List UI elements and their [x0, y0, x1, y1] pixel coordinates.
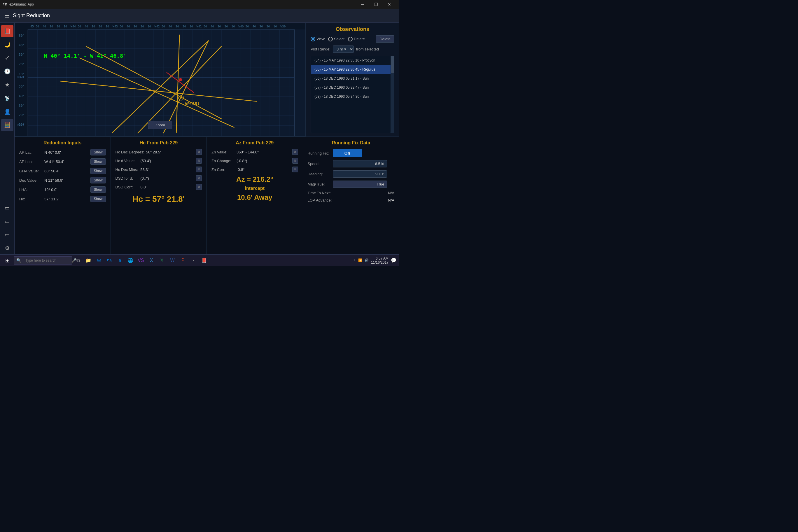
taskbar-edge[interactable]: e — [115, 256, 125, 265]
reduction-inputs-column: Reduction Inputs AP Lat: N 40° 0.0' Show… — [15, 137, 111, 254]
zoom-button[interactable]: Zoom — [148, 121, 172, 129]
radio-view[interactable]: View — [311, 37, 325, 41]
dec-value: N 11° 59.9' — [44, 178, 89, 183]
dsd-d-value: (0.7') — [140, 176, 194, 180]
hc-dec-mins-copy[interactable]: ⧉ — [196, 167, 202, 172]
taskbar-chrome[interactable]: 🌐 — [126, 256, 135, 265]
taskbar-pinned-icons: ⧉ 📁 ✉ 🛍 e 🌐 VS X X W P ▪ 📕 — [73, 256, 209, 265]
zn-change-copy[interactable]: ⧉ — [292, 158, 298, 164]
sidebar-item-book[interactable]: 📕 — [1, 25, 14, 37]
close-button[interactable]: ✕ — [383, 0, 396, 9]
taskbar-notification-icon[interactable]: 💬 — [391, 258, 397, 263]
sidebar-item-clock[interactable]: 🕐 — [1, 65, 14, 78]
dec-show-btn[interactable]: Show — [90, 177, 106, 184]
gha-label: GHA Value: — [19, 169, 43, 173]
mag-true-row: Mag/True: — [308, 180, 395, 188]
obs-item-56[interactable]: (56) - 18 DEC 1993 05:31:17 - Sun — [311, 74, 391, 83]
zn-change-row: Zn Change: (-0.8°) ⧉ — [211, 158, 298, 164]
running-fix-on-btn[interactable]: On — [333, 149, 362, 157]
taskbar-chevron-icon[interactable]: ∧ — [354, 259, 356, 262]
svg-rect-0 — [15, 23, 305, 136]
obs-item-58[interactable]: (58) - 18 DEC 1993 05:34:30 - Sun — [311, 92, 391, 101]
ap-lon-show-btn[interactable]: Show — [90, 158, 106, 165]
radio-select-label: Select — [334, 37, 344, 41]
az-pub-column: Az From Pub 229 Zn Value: 360° - 144.6° … — [207, 137, 303, 254]
taskbar-xamarin[interactable]: X — [147, 256, 156, 265]
hamburger-icon[interactable]: ☰ — [5, 13, 10, 19]
sidebar: 📕 🌙 ✓ 🕐 ★ 📡 👤 🧮 ▭ ▭ ▭ ⚙ — [0, 23, 15, 254]
sidebar-item-user[interactable]: 👤 — [1, 106, 14, 118]
gha-show-btn[interactable]: Show — [90, 168, 106, 174]
running-fix-label: Running Fix: — [308, 151, 331, 155]
minimize-button[interactable]: ─ — [356, 0, 369, 9]
sidebar-item-moon[interactable]: 🌙 — [1, 38, 14, 51]
taskbar-vs[interactable]: VS — [136, 256, 146, 265]
app-header-left: ☰ Sight Reduction — [5, 13, 50, 19]
search-bar[interactable]: 🔍 🎤 — [14, 256, 72, 265]
titlebar: 🗺 ezAlmanac.App ─ ❐ ✕ — [0, 0, 399, 9]
hc-d-value-copy[interactable]: ⧉ — [196, 158, 202, 164]
mag-true-input[interactable] — [333, 180, 387, 188]
taskbar-network-icon[interactable]: 📶 — [358, 259, 362, 262]
radio-select-circle — [328, 37, 333, 41]
titlebar-left: 🗺 ezAlmanac.App — [3, 2, 34, 7]
radio-delete[interactable]: Delete — [348, 37, 365, 41]
taskbar-speaker-icon[interactable]: 🔊 — [365, 259, 369, 262]
ho-show-btn[interactable]: Show — [90, 196, 106, 202]
sidebar-item-star[interactable]: ★ — [1, 79, 14, 91]
ap-lat-show-btn[interactable]: Show — [90, 149, 106, 155]
speed-input[interactable] — [333, 160, 387, 167]
sidebar-item-rect1[interactable]: ▭ — [1, 202, 14, 214]
taskbar-mail[interactable]: ✉ — [94, 256, 103, 265]
radio-select[interactable]: Select — [328, 37, 344, 41]
obs-item-55[interactable]: (55) - 15 MAY 1993 22:36:45 - Regulus — [311, 65, 391, 74]
taskbar-datetime[interactable]: 6:57 AM 11/16/2017 — [371, 256, 388, 265]
running-fix-title: Running Fix Data — [308, 140, 395, 146]
taskbar-time: 6:57 AM — [371, 256, 388, 261]
taskbar-task-view[interactable]: ⧉ — [73, 256, 82, 265]
more-menu-icon[interactable]: ⋯ — [388, 12, 394, 19]
taskbar-excel[interactable]: X — [157, 256, 167, 265]
plot-range-select[interactable]: 3 hr ▾ — [333, 45, 354, 53]
plot-range-row: Plot Range: 3 hr ▾ from selected — [311, 45, 394, 53]
zn-corr-copy[interactable]: ⧉ — [292, 167, 298, 172]
hc-formula: Hc = 57° 21.8' — [115, 194, 202, 204]
sidebar-item-settings[interactable]: ⚙ — [1, 242, 14, 254]
zn-corr-label: Zn Corr: — [211, 167, 235, 172]
sidebar-item-rect2[interactable]: ▭ — [1, 215, 14, 228]
zn-value-row: Zn Value: 360° - 144.6° ⧉ — [211, 149, 298, 155]
svg-text:10': 10' — [19, 73, 24, 76]
start-button[interactable]: ⊞ — [2, 256, 13, 265]
heading-label: Heading: — [308, 172, 331, 176]
obs-list[interactable]: (54) - 15 MAY 1993 22:35:16 - Procyon (5… — [311, 56, 391, 133]
taskbar-ppt[interactable]: P — [178, 256, 188, 265]
delete-button[interactable]: Delete — [376, 35, 394, 43]
taskbar-ezalmanac[interactable]: 📕 — [199, 256, 209, 265]
scroll-thumb[interactable] — [391, 56, 394, 73]
obs-scrollbar[interactable] — [391, 56, 394, 133]
heading-input[interactable] — [333, 170, 387, 178]
zn-value-copy[interactable]: ⧉ — [292, 149, 298, 155]
lha-show-btn[interactable]: Show — [90, 186, 106, 193]
from-selected-label: from selected — [356, 47, 379, 51]
chart-area[interactable]: N40 N39 50' 40' 30' 20' 10' 50' 40' 30' … — [15, 23, 306, 136]
obs-item-57[interactable]: (57) - 18 DEC 1993 05:32:47 - Sun — [311, 83, 391, 92]
search-input[interactable] — [23, 257, 72, 264]
obs-item-54[interactable]: (54) - 15 MAY 1993 22:35:16 - Procyon — [311, 56, 391, 65]
sidebar-item-check[interactable]: ✓ — [1, 52, 14, 64]
taskbar-store[interactable]: 🛍 — [105, 256, 114, 265]
sidebar-item-calc[interactable]: 🧮 — [1, 119, 14, 131]
svg-text:AP(55): AP(55) — [185, 101, 200, 106]
sidebar-item-rect3[interactable]: ▭ — [1, 229, 14, 241]
sidebar-item-signal[interactable]: 📡 — [1, 92, 14, 104]
taskbar-app2[interactable]: ▪ — [189, 256, 198, 265]
taskbar-file-explorer[interactable]: 📁 — [84, 256, 93, 265]
taskbar-right: ∧ 📶 🔊 6:57 AM 11/16/2017 💬 — [354, 256, 397, 265]
zn-value: 360° - 144.6° — [236, 150, 290, 154]
hc-dec-degrees-copy[interactable]: ⧉ — [196, 149, 202, 155]
svg-text:40': 40' — [19, 94, 24, 97]
dsd-d-copy[interactable]: ⧉ — [196, 175, 202, 181]
maximize-button[interactable]: ❐ — [369, 0, 383, 9]
taskbar-word[interactable]: W — [168, 256, 177, 265]
dsd-corr-copy[interactable]: ⧉ — [196, 184, 202, 190]
